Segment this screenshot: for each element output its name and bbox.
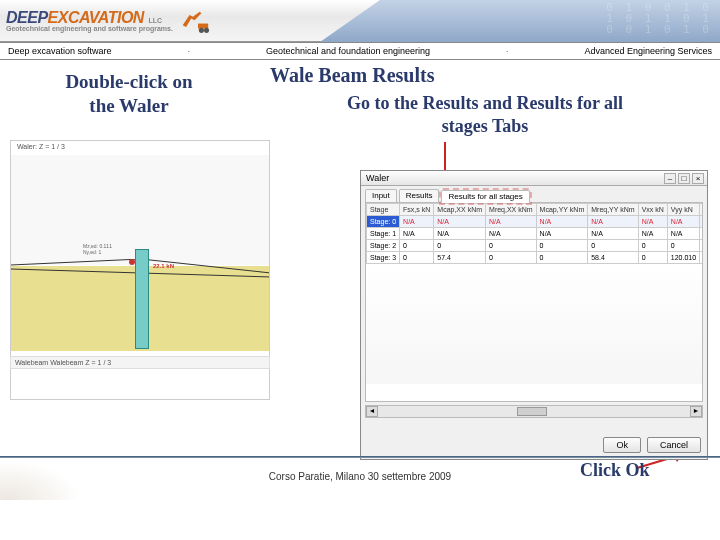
table-cell[interactable]: 0 bbox=[638, 252, 667, 264]
breadcrumb-right: Advanced Engineering Services bbox=[584, 46, 712, 56]
table-cell[interactable]: N/A bbox=[400, 228, 434, 240]
tab-input[interactable]: Input bbox=[365, 189, 397, 202]
close-icon[interactable]: × bbox=[692, 173, 704, 184]
excavation-icon bbox=[181, 7, 215, 35]
col-mcapyy[interactable]: Mcap,YY kNm bbox=[536, 204, 588, 216]
table-cell[interactable]: 0 bbox=[486, 252, 537, 264]
scroll-right-icon[interactable]: ► bbox=[690, 406, 702, 417]
table-cell[interactable]: 0 bbox=[638, 240, 667, 252]
table-cell[interactable]: 120.010 bbox=[667, 252, 699, 264]
table-cell[interactable]: N/A bbox=[434, 216, 486, 228]
breadcrumb-sep-1: · bbox=[187, 46, 190, 56]
results-grid[interactable]: Stage Fsx,s kN Mcap,XX kNm Mreq,XX kNm M… bbox=[365, 202, 703, 402]
table-cell[interactable]: Stage: 1 bbox=[367, 228, 400, 240]
dialog-titlebar[interactable]: Waler – □ × bbox=[361, 171, 707, 186]
grid-empty-area bbox=[366, 264, 702, 384]
table-cell[interactable]: 0 bbox=[434, 240, 486, 252]
svg-point-2 bbox=[204, 27, 209, 32]
logo-word-excavation: EXCAVATION bbox=[48, 9, 144, 26]
logo-suffix: LLC bbox=[148, 17, 162, 24]
ok-button[interactable]: Ok bbox=[603, 437, 641, 453]
col-mreqyy[interactable]: Mreq,YY kNm bbox=[588, 204, 638, 216]
col-fsxs[interactable]: Fsx,s kN bbox=[400, 204, 434, 216]
col-stage[interactable]: Stage bbox=[367, 204, 400, 216]
table-cell[interactable]: 3 bbox=[700, 240, 703, 252]
logo-tagline: Geotechnical engineering and software pr… bbox=[6, 25, 173, 32]
table-row[interactable]: Stage: 200000003 bbox=[367, 240, 704, 252]
breadcrumb-sep-2: · bbox=[506, 46, 509, 56]
slide-title: Wale Beam Results bbox=[270, 64, 434, 87]
table-cell[interactable]: Stage: 3 bbox=[367, 252, 400, 264]
hint-double-click-waler: Double-click on the Waler bbox=[54, 70, 204, 118]
table-cell[interactable]: N/A bbox=[667, 228, 699, 240]
table-cell[interactable]: N/A bbox=[638, 228, 667, 240]
pile-wall[interactable] bbox=[135, 249, 149, 349]
section-caption: Walebeam Walebeam Z = 1 / 3 bbox=[10, 356, 270, 369]
table-cell[interactable]: 47.245 bbox=[700, 252, 703, 264]
table-row[interactable]: Stage: 0N/AN/AN/AN/AN/AN/AN/AN/AN bbox=[367, 216, 704, 228]
table-cell[interactable]: N/A bbox=[434, 228, 486, 240]
logo-word-deep: DEEP bbox=[6, 9, 48, 26]
slide-body: Wale Beam Results Double-click on the Wa… bbox=[0, 60, 720, 500]
table-cell[interactable]: 0 bbox=[588, 240, 638, 252]
slide-header: DEEPEXCAVATION LLC Geotechnical engineer… bbox=[0, 0, 720, 42]
table-row[interactable]: Stage: 3057.40058.40120.01047.2451.5 bbox=[367, 252, 704, 264]
cancel-button[interactable]: Cancel bbox=[647, 437, 701, 453]
table-cell[interactable]: N/A bbox=[700, 228, 703, 240]
maximize-icon[interactable]: □ bbox=[678, 173, 690, 184]
col-vyy[interactable]: Vyy kN bbox=[667, 204, 699, 216]
dialog-title-text: Waler bbox=[366, 173, 389, 183]
tab-results[interactable]: Results bbox=[399, 189, 440, 202]
scroll-thumb[interactable] bbox=[517, 407, 547, 416]
breadcrumb: Deep excavation software · Geotechnical … bbox=[0, 42, 720, 60]
footer-rule bbox=[0, 456, 720, 458]
section-header-label: Waler: Z = 1 / 3 bbox=[17, 143, 65, 150]
table-cell[interactable]: N/A bbox=[536, 228, 588, 240]
header-gradient-band: 0 1 0 0 1 01 0 1 1 0 10 0 1 0 1 0 bbox=[320, 0, 720, 42]
tab-results-all-stages[interactable]: Results for all stages bbox=[441, 190, 529, 203]
table-cell[interactable]: N/A bbox=[638, 216, 667, 228]
table-cell[interactable]: 0 bbox=[486, 240, 537, 252]
col-mreqxx[interactable]: Mreq,XX kNm bbox=[486, 204, 537, 216]
table-cell[interactable]: 0 bbox=[400, 252, 434, 264]
table-cell[interactable]: 57.4 bbox=[434, 252, 486, 264]
col-unbraced[interactable]: Unbraced m bbox=[700, 204, 703, 216]
waler-node[interactable] bbox=[129, 259, 135, 265]
corner-decoration bbox=[0, 460, 80, 500]
table-cell[interactable]: N/A bbox=[486, 228, 537, 240]
table-cell[interactable]: N/A bbox=[486, 216, 537, 228]
col-mcapxx[interactable]: Mcap,XX kNm bbox=[434, 204, 486, 216]
annot-load: 22.1 kN bbox=[153, 263, 174, 269]
table-cell[interactable]: 58.4 bbox=[588, 252, 638, 264]
results-table: Stage Fsx,s kN Mcap,XX kNm Mreq,XX kNm M… bbox=[366, 203, 703, 264]
table-cell[interactable]: 0 bbox=[667, 240, 699, 252]
table-cell[interactable]: N/A bbox=[536, 216, 588, 228]
svg-point-1 bbox=[199, 27, 204, 32]
table-cell[interactable]: N/A bbox=[667, 216, 699, 228]
table-cell[interactable]: Stage: 0 bbox=[367, 216, 400, 228]
table-header-row: Stage Fsx,s kN Mcap,XX kNm Mreq,XX kNm M… bbox=[367, 204, 704, 216]
logo: DEEPEXCAVATION LLC Geotechnical engineer… bbox=[6, 7, 215, 35]
table-row[interactable]: Stage: 1N/AN/AN/AN/AN/AN/AN/AN/AN bbox=[367, 228, 704, 240]
table-cell[interactable]: N/A bbox=[700, 216, 703, 228]
table-cell[interactable]: 0 bbox=[536, 240, 588, 252]
minimize-icon[interactable]: – bbox=[664, 173, 676, 184]
waler-dialog: Waler – □ × Input Results Results for al… bbox=[360, 170, 708, 460]
col-vxx[interactable]: Vxx kN bbox=[638, 204, 667, 216]
table-cell[interactable]: 0 bbox=[536, 252, 588, 264]
hint-results-tabs: Go to the Results and Results for all st… bbox=[345, 92, 625, 137]
breadcrumb-left: Deep excavation software bbox=[8, 46, 112, 56]
breadcrumb-mid: Geotechnical and foundation engineering bbox=[266, 46, 430, 56]
binary-backdrop: 0 1 0 0 1 01 0 1 1 0 10 0 1 0 1 0 bbox=[606, 2, 712, 35]
horizontal-scrollbar[interactable]: ◄ ► bbox=[365, 405, 703, 418]
table-cell[interactable]: 0 bbox=[400, 240, 434, 252]
table-cell[interactable]: N/A bbox=[588, 216, 638, 228]
table-cell[interactable]: N/A bbox=[588, 228, 638, 240]
scroll-left-icon[interactable]: ◄ bbox=[366, 406, 378, 417]
svg-line-9 bbox=[11, 259, 141, 265]
footer-text: Corso Paratie, Milano 30 settembre 2009 bbox=[0, 471, 720, 482]
table-cell[interactable]: N/A bbox=[400, 216, 434, 228]
dialog-tabs: Input Results Results for all stages bbox=[361, 186, 707, 202]
annot-forces: Mz,ed: 0.111 Ny,ed: 1 bbox=[83, 243, 112, 255]
table-cell[interactable]: Stage: 2 bbox=[367, 240, 400, 252]
